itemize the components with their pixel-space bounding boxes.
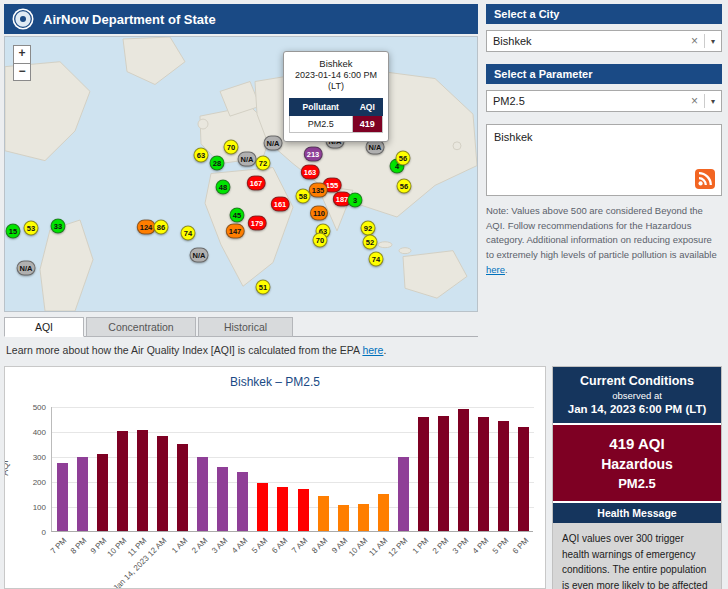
chart-bar[interactable]: [358, 504, 369, 532]
chart-bar[interactable]: [478, 417, 489, 531]
select-city-header: Select a City: [486, 4, 722, 24]
aqi-marker[interactable]: 72: [256, 156, 271, 171]
chart-bar[interactable]: [57, 463, 68, 531]
select-parameter-header: Select a Parameter: [486, 64, 722, 84]
aqi-marker[interactable]: 63: [194, 148, 209, 163]
city-select-value: Bishkek: [493, 35, 685, 47]
aqi-status-box: 419 AQI Hazardous PM2.5: [553, 423, 721, 501]
app-title: AirNow Department of State: [43, 12, 216, 27]
popup-table: Pollutant AQI PM2.5 419: [289, 98, 383, 133]
chart-y-axis-label: AQI: [4, 460, 10, 476]
chart-bar[interactable]: [197, 457, 208, 532]
note-here-link[interactable]: here: [486, 264, 505, 275]
chart-bar[interactable]: [217, 467, 228, 532]
chart-bar[interactable]: [378, 494, 389, 532]
chart-bar[interactable]: [257, 483, 268, 531]
observed-datetime: Jan 14, 2023 6:00 PM (LT): [557, 403, 717, 415]
observed-at-label: observed at: [557, 390, 717, 401]
learn-more-here-link[interactable]: here: [362, 344, 383, 356]
aqi-marker[interactable]: 124: [137, 220, 156, 235]
popup-datetime: 2023-01-14 6:00 PM (LT): [289, 70, 383, 93]
chart-bar[interactable]: [518, 427, 529, 531]
aqi-marker[interactable]: 58: [296, 189, 311, 204]
aqi-marker[interactable]: 52: [363, 235, 378, 250]
current-conditions-title: Current Conditions: [557, 374, 717, 388]
aqi-marker[interactable]: N/A: [238, 152, 257, 167]
chart-bar[interactable]: [418, 417, 429, 531]
parameter-select[interactable]: PM2.5 × ▾: [486, 90, 722, 112]
chart-bar[interactable]: [438, 416, 449, 532]
aqi-marker[interactable]: 161: [271, 197, 290, 212]
health-message-header: Health Message: [553, 501, 721, 523]
world-map[interactable]: + − 706328N/A72N/AN/A2134N/A565616716315…: [4, 36, 478, 312]
learn-more-suffix: .: [383, 344, 386, 356]
aqi-marker[interactable]: 167: [247, 176, 266, 191]
aqi-marker[interactable]: 70: [224, 140, 239, 155]
note-text: Note: Values above 500 are considered Be…: [486, 204, 722, 278]
chart-title: Bishkek – PM2.5: [5, 375, 545, 389]
chevron-down-icon[interactable]: ▾: [705, 97, 715, 106]
app-header: AirNow Department of State: [4, 4, 478, 34]
aqi-marker[interactable]: N/A: [17, 261, 36, 276]
zoom-out-button[interactable]: −: [13, 63, 31, 81]
aqi-marker[interactable]: N/A: [264, 136, 283, 151]
chart-bar[interactable]: [117, 431, 128, 531]
aqi-marker[interactable]: 53: [24, 221, 39, 236]
tab-aqi[interactable]: AQI: [4, 317, 84, 337]
learn-more-text: Learn more about how the Air Quality Ind…: [6, 344, 386, 356]
aqi-marker[interactable]: 147: [226, 224, 245, 239]
clear-icon[interactable]: ×: [685, 34, 704, 48]
chart-bar[interactable]: [398, 457, 409, 532]
tab-concentration[interactable]: Concentration: [86, 317, 196, 337]
tab-bar: AQI Concentration Historical: [4, 317, 478, 337]
chart-bar[interactable]: [177, 444, 188, 532]
aqi-markers-layer: 706328N/A72N/AN/A2134N/A5656167163155135…: [5, 37, 477, 311]
rss-icon[interactable]: [695, 169, 715, 189]
chart-bar[interactable]: [157, 436, 168, 532]
aqi-marker[interactable]: 48: [216, 180, 231, 195]
zoom-in-button[interactable]: +: [13, 45, 31, 63]
aqi-marker[interactable]: N/A: [366, 140, 385, 155]
chevron-down-icon[interactable]: ▾: [705, 37, 715, 46]
aqi-marker[interactable]: 163: [301, 165, 320, 180]
aqi-marker[interactable]: N/A: [190, 248, 209, 263]
airnow-dos-page: AirNow Department of State + −: [0, 0, 728, 589]
aqi-marker[interactable]: 70: [313, 233, 328, 248]
aqi-marker[interactable]: 110: [310, 206, 328, 221]
chart-bar[interactable]: [277, 487, 288, 532]
aqi-marker[interactable]: 86: [154, 220, 169, 235]
chart-bar[interactable]: [318, 496, 329, 531]
chart-bar[interactable]: [137, 430, 148, 531]
aqi-marker[interactable]: 135: [309, 183, 328, 198]
map-zoom-control: + −: [13, 45, 31, 81]
y-tick-label: 0: [18, 528, 46, 537]
aqi-marker[interactable]: 28: [210, 156, 225, 171]
aqi-pollutant: PM2.5: [557, 476, 717, 491]
aqi-marker[interactable]: 45: [230, 208, 245, 223]
aqi-marker[interactable]: 74: [181, 226, 196, 241]
y-tick-label: 200: [18, 478, 46, 487]
city-select[interactable]: Bishkek × ▾: [486, 30, 722, 52]
map-popup: Bishkek 2023-01-14 6:00 PM (LT) Pollutan…: [283, 51, 389, 142]
aqi-marker[interactable]: 3: [348, 193, 363, 208]
aqi-marker[interactable]: 15: [6, 224, 21, 239]
clear-icon[interactable]: ×: [685, 94, 704, 108]
aqi-marker[interactable]: 74: [369, 252, 384, 267]
tab-historical[interactable]: Historical: [198, 317, 293, 337]
chart-bar[interactable]: [77, 457, 88, 532]
chart-bar[interactable]: [298, 489, 309, 532]
chart-bar[interactable]: [97, 454, 108, 531]
chart-bar[interactable]: [498, 421, 509, 531]
chart-bar[interactable]: [458, 409, 469, 532]
aqi-marker[interactable]: 56: [396, 151, 411, 166]
chart-bar[interactable]: [338, 505, 349, 531]
chart-bar[interactable]: [237, 472, 248, 531]
note-prefix: Note: Values above 500 are considered Be…: [486, 205, 717, 260]
aqi-marker[interactable]: 179: [248, 216, 267, 231]
aqi-marker[interactable]: 51: [256, 280, 271, 295]
aqi-marker[interactable]: 56: [397, 179, 412, 194]
aqi-marker[interactable]: 33: [51, 219, 66, 234]
y-tick-label: 400: [18, 428, 46, 437]
aqi-marker[interactable]: 92: [361, 221, 376, 236]
aqi-marker[interactable]: 213: [304, 147, 323, 162]
